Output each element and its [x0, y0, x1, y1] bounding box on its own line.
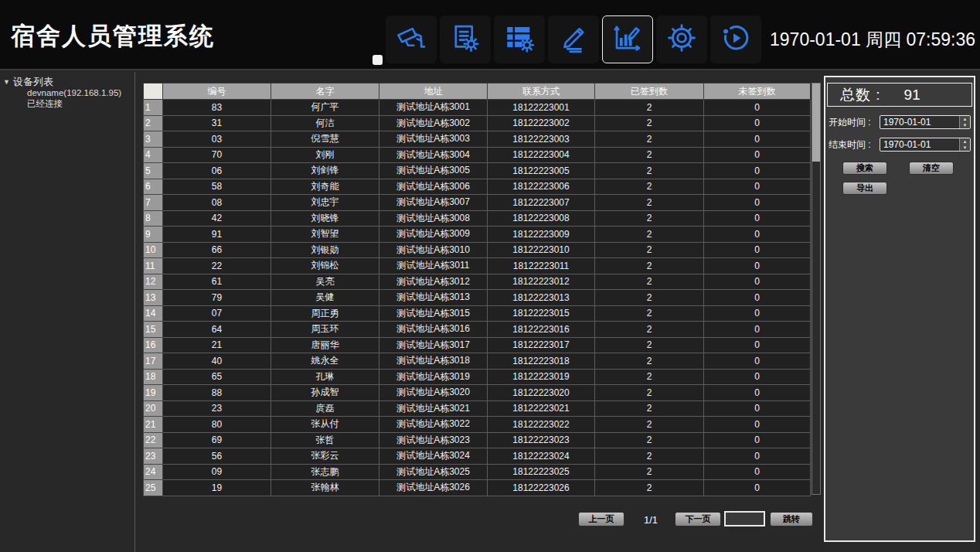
camera-monitor-button[interactable] [386, 15, 437, 63]
table-row[interactable]: 1066刘银勋测试地址A栋30101812222301020 [144, 242, 811, 258]
next-page-button[interactable]: 下一页 [675, 512, 721, 526]
column-header[interactable]: 编号 [163, 83, 271, 100]
table-row[interactable]: 2269张哲测试地址A栋30231812222302320 [144, 432, 811, 448]
table-cell: 18122223009 [488, 227, 595, 243]
table-row[interactable]: 1379吴健测试地址A栋30131812222301320 [144, 290, 811, 306]
table-row[interactable]: 1988孙成智测试地址A栋30201812222302020 [144, 385, 811, 401]
table-cell: 2 [595, 115, 704, 131]
table-cell: 23 [163, 400, 271, 417]
table-row[interactable]: 506刘剑锋测试地址A栋30051812222300520 [144, 163, 811, 179]
table-row[interactable]: 1407周正勇测试地址A栋30151812222301520 [144, 305, 811, 322]
table-row[interactable]: 1621唐丽华测试地址A栋30171812222301720 [144, 337, 811, 353]
table-cell: 18122223003 [488, 131, 595, 148]
table-cell: 42 [163, 210, 271, 227]
table-cell: 0 [704, 290, 811, 306]
settings-button[interactable] [656, 15, 707, 63]
table-cell: 倪雪慧 [271, 131, 379, 148]
table-row[interactable]: 231何洁测试地址A栋30021812222300220 [144, 115, 811, 131]
table-cell: 2 [595, 385, 704, 401]
table-cell: 83 [163, 100, 271, 116]
table-row[interactable]: 1740姚永全测试地址A栋30181812222301820 [144, 353, 811, 370]
row-number-cell: 20 [144, 400, 163, 417]
report-button[interactable] [440, 15, 491, 63]
table-row[interactable]: 2409张志鹏测试地址A栋30251812222302520 [144, 464, 811, 480]
table-cell: 18122223015 [488, 305, 595, 322]
table-corner-cell [144, 83, 163, 100]
scrollbar-thumb[interactable] [812, 83, 820, 162]
table-cell: 庹磊 [271, 400, 379, 417]
table-cell: 张哲 [271, 432, 379, 448]
table-cell: 0 [704, 163, 811, 179]
total-label: 总数 : [840, 85, 881, 105]
spin-up-icon[interactable]: ▲ [960, 116, 970, 122]
column-header[interactable]: 地址 [379, 83, 488, 100]
table-cell: 2 [595, 147, 704, 163]
start-date-spinner[interactable]: ▲ ▼ [959, 116, 970, 128]
table-cell: 测试地址A栋3007 [379, 195, 488, 211]
table-cell: 56 [163, 448, 271, 465]
table-cell: 09 [163, 464, 271, 480]
search-button[interactable]: 搜索 [842, 162, 887, 175]
statistics-button[interactable] [602, 15, 653, 63]
end-date-input[interactable]: 1970-01-01 ▲ ▼ [880, 138, 971, 152]
jump-button[interactable]: 跳转 [770, 512, 813, 526]
table-row[interactable]: 658刘奇能测试地址A栋30061812222300620 [144, 179, 811, 195]
column-header[interactable]: 名字 [271, 83, 379, 100]
table-row[interactable]: 2180张从付测试地址A栋30221812222302220 [144, 417, 811, 433]
column-header[interactable]: 未签到数 [704, 83, 811, 100]
table-cell: 周玉环 [271, 322, 379, 338]
table-cell: 2 [595, 163, 704, 179]
table-cell: 刘智望 [271, 227, 379, 243]
table-cell: 61 [163, 274, 271, 290]
table-cell: 79 [163, 290, 271, 306]
table-cell: 18122223002 [488, 115, 595, 131]
clear-button[interactable]: 清空 [909, 162, 954, 175]
table-row[interactable]: 303倪雪慧测试地址A栋30031812222300320 [144, 131, 811, 148]
table-row[interactable]: 183何广平测试地址A栋30011812222300120 [144, 100, 811, 116]
table-cell: 2 [595, 227, 704, 243]
table-row[interactable]: 842刘晓锋测试地址A栋30081812222300820 [144, 210, 811, 227]
column-header[interactable]: 联系方式 [488, 83, 595, 100]
table-cell: 18122223012 [488, 274, 595, 290]
datetime-display: 1970-01-01 周四 07:59:36 [770, 28, 975, 52]
table-row[interactable]: 1261吴亮测试地址A栋30121812222301220 [144, 274, 811, 290]
export-button[interactable]: 导出 [842, 182, 887, 195]
table-row[interactable]: 1564周玉环测试地址A栋30161812222301620 [144, 322, 811, 338]
device-tree-root[interactable]: ▼ 设备列表 [3, 75, 53, 89]
end-date-spinner[interactable]: ▲ ▼ [959, 138, 970, 151]
table-cell: 刘奇能 [271, 179, 379, 195]
spin-up-icon[interactable]: ▲ [960, 138, 970, 145]
table-row[interactable]: 2023庹磊测试地址A栋30211812222302120 [144, 400, 811, 417]
spin-down-icon[interactable]: ▼ [960, 122, 970, 128]
start-date-input[interactable]: 1970-01-01 ▲ ▼ [880, 115, 971, 129]
table-scrollbar[interactable] [812, 83, 821, 495]
table-cell: 2 [595, 274, 704, 290]
table-row[interactable]: 2356张彩云测试地址A栋30241812222302420 [144, 448, 811, 465]
jump-page-input[interactable] [724, 511, 765, 526]
prev-page-button[interactable]: 上一页 [578, 512, 624, 526]
drag-handle-icon[interactable] [373, 55, 383, 65]
row-number-cell: 2 [144, 115, 163, 131]
table-cell: 0 [704, 464, 811, 480]
table-row[interactable]: 1122刘锦松测试地址A栋30111812222301120 [144, 258, 811, 274]
table-row[interactable]: 708刘忠宇测试地址A栋30071812222300720 [144, 195, 811, 211]
column-header[interactable]: 已签到数 [595, 83, 704, 100]
row-number-cell: 11 [144, 258, 163, 274]
table-cell: 测试地址A栋3020 [379, 385, 488, 401]
data-config-button[interactable] [494, 15, 545, 63]
register-button[interactable] [548, 15, 599, 63]
table-cell: 91 [163, 227, 271, 243]
table-row[interactable]: 991刘智望测试地址A栋30091812222300920 [144, 227, 811, 243]
playback-button[interactable] [710, 15, 761, 63]
table-row[interactable]: 470刘刚测试地址A栋30041812222300420 [144, 147, 811, 163]
table-cell: 孙成智 [271, 385, 379, 401]
table-cell: 测试地址A栋3005 [379, 163, 488, 179]
device-tree-title: 设备列表 [13, 75, 53, 89]
device-tree-item[interactable]: devname(192.168.1.95) 已经连接 [27, 88, 121, 109]
row-number-cell: 1 [144, 100, 163, 116]
tree-collapse-icon: ▼ [3, 78, 10, 86]
table-cell: 张翰林 [271, 480, 379, 496]
table-row[interactable]: 2519张翰林测试地址A栋30261812222302620 [144, 480, 811, 496]
spin-down-icon[interactable]: ▼ [960, 145, 970, 151]
table-row[interactable]: 1865孔琳测试地址A栋30191812222301920 [144, 369, 811, 385]
